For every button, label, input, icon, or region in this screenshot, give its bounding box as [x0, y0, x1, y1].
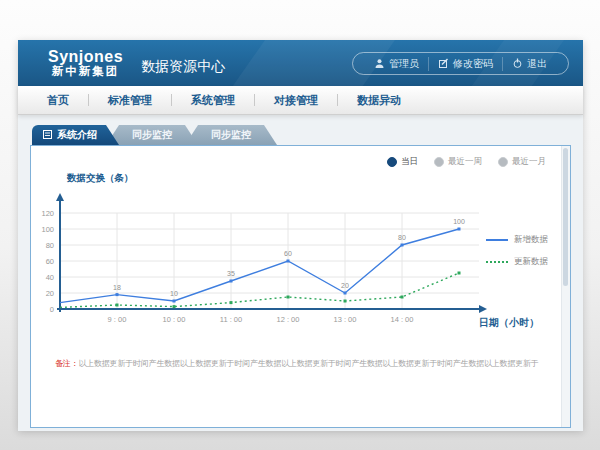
nav-item-4[interactable]: 数据异动 [338, 93, 420, 108]
tab-label: 同步监控 [132, 128, 172, 142]
tab-1[interactable]: 同步监控 [106, 125, 198, 145]
svg-text:10 : 00: 10 : 00 [163, 315, 186, 324]
tab-bar: 系统介绍同步监控同步监控 [32, 125, 571, 145]
svg-text:18: 18 [113, 284, 121, 291]
svg-text:40: 40 [46, 273, 54, 282]
user-action-label: 修改密码 [453, 57, 493, 71]
svg-text:100: 100 [453, 218, 465, 225]
app-header: Synjones 新中新集团 数据资源中心 管理员修改密码退出 [18, 40, 583, 86]
radio-label: 最近一月 [512, 156, 546, 168]
svg-text:9 : 00: 9 : 00 [108, 315, 127, 324]
svg-text:0: 0 [50, 305, 54, 314]
brand-name-en: Synjones [48, 48, 123, 66]
tab-2[interactable]: 同步监控 [185, 125, 277, 145]
scrollbar[interactable] [561, 146, 570, 427]
legend-item-1: 更新数据 [486, 256, 548, 268]
series-legend: 新增数据更新数据 [486, 234, 548, 268]
svg-text:14 : 00: 14 : 00 [391, 315, 414, 324]
radio-label: 当日 [401, 156, 418, 168]
svg-text:11 : 00: 11 : 00 [220, 315, 242, 324]
logout-icon [512, 58, 523, 69]
radio-dot [434, 157, 444, 167]
doc-icon [43, 130, 52, 141]
svg-text:60: 60 [284, 250, 292, 257]
svg-text:日期（小时）: 日期（小时） [479, 317, 539, 328]
nav-item-3[interactable]: 对接管理 [255, 93, 337, 108]
nav-item-0[interactable]: 首页 [28, 93, 88, 108]
content-area: 系统介绍同步监控同步监控 当日最近一周最近一月 数据交换（条） 02040608… [18, 115, 583, 431]
time-filter-group: 当日最近一周最近一月 [387, 156, 546, 168]
user-action-0[interactable]: 管理员 [365, 57, 428, 71]
legend-swatch [486, 261, 508, 263]
footnote-text: 以上数据更新于时间产生数据以上数据更新于时间产生数据以上数据更新于时间产生数据以… [78, 359, 538, 368]
user-icon [374, 58, 385, 69]
radio-dot [387, 157, 397, 167]
legend-label: 新增数据 [514, 234, 548, 246]
user-action-1[interactable]: 修改密码 [428, 57, 502, 71]
nav-item-2[interactable]: 系统管理 [172, 93, 254, 108]
svg-text:10: 10 [170, 290, 178, 297]
svg-text:120: 120 [41, 209, 54, 218]
tab-0[interactable]: 系统介绍 [32, 125, 119, 145]
svg-text:12 : 00: 12 : 00 [277, 315, 300, 324]
time-filter-2[interactable]: 最近一月 [498, 156, 546, 168]
chart-panel: 当日最近一周最近一月 数据交换（条） 0204060801001209 : 00… [30, 145, 571, 428]
tab-label: 同步监控 [211, 128, 251, 142]
svg-text:35: 35 [227, 270, 235, 277]
page-card: Synjones 新中新集团 数据资源中心 管理员修改密码退出 首页标准管理系统… [18, 40, 583, 430]
svg-text:80: 80 [46, 241, 54, 250]
svg-text:60: 60 [46, 257, 54, 266]
footnote: 备注：以上数据更新于时间产生数据以上数据更新于时间产生数据以上数据更新于时间产生… [55, 358, 556, 369]
legend-label: 更新数据 [514, 256, 548, 268]
time-filter-1[interactable]: 最近一周 [434, 156, 482, 168]
user-action-label: 退出 [527, 57, 547, 71]
footnote-prefix: 备注： [55, 359, 78, 368]
tab-label: 系统介绍 [57, 128, 97, 142]
svg-text:100: 100 [41, 225, 54, 234]
user-actions: 管理员修改密码退出 [352, 52, 569, 75]
time-filter-0[interactable]: 当日 [387, 156, 418, 168]
svg-text:13 : 00: 13 : 00 [334, 315, 357, 324]
user-action-2[interactable]: 退出 [502, 57, 556, 71]
brand-logo: Synjones 新中新集团 [48, 48, 123, 78]
scrollbar-thumb[interactable] [563, 148, 568, 286]
app-title: 数据资源中心 [141, 58, 225, 76]
edit-icon [438, 58, 449, 69]
legend-item-0: 新增数据 [486, 234, 548, 246]
nav-item-1[interactable]: 标准管理 [89, 93, 171, 108]
svg-text:80: 80 [398, 234, 406, 241]
radio-label: 最近一周 [448, 156, 482, 168]
brand-name-cn: 新中新集团 [48, 65, 123, 78]
svg-text:20: 20 [46, 289, 54, 298]
user-action-label: 管理员 [389, 57, 419, 71]
legend-swatch [486, 239, 508, 241]
radio-dot [498, 157, 508, 167]
svg-text:20: 20 [341, 282, 349, 289]
main-nav: 首页标准管理系统管理对接管理数据异动 [18, 86, 583, 115]
